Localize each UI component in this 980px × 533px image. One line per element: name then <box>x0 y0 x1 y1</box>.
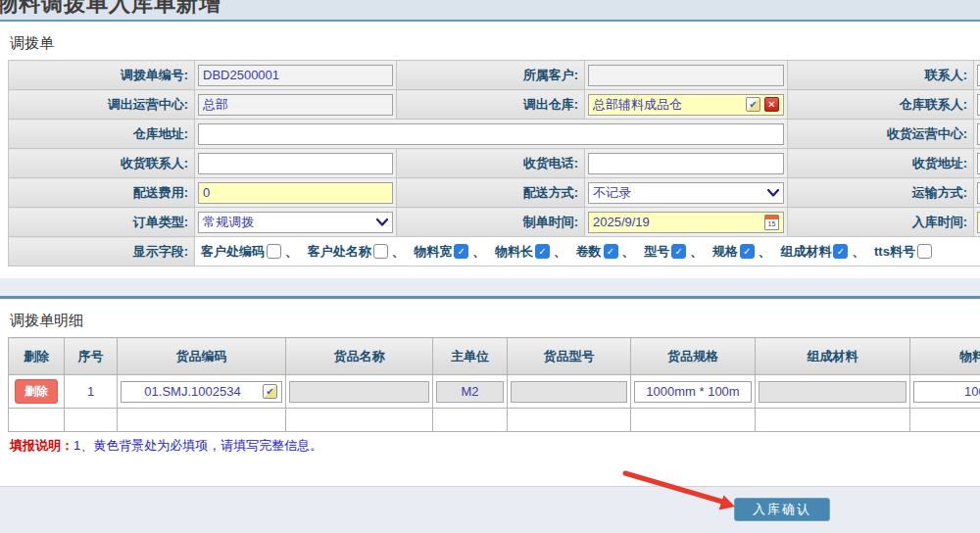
col-seq: 序号 <box>65 338 118 375</box>
row-seq: 1 <box>65 375 118 409</box>
checkbox-checked[interactable]: ✓ <box>833 244 848 259</box>
order-no-label: 调拨单编号: <box>9 61 195 90</box>
note-label: 填报说明： <box>10 438 74 453</box>
form-row: 仓库地址: 收货运营中心: <box>9 120 980 149</box>
item-model-field <box>511 381 627 403</box>
detail-section-title: 调拨单明细 <box>10 312 972 330</box>
delivery-fee-label: 配送费用: <box>9 178 195 208</box>
chevron-down-icon <box>376 218 388 226</box>
order-type-label: 订单类型: <box>9 208 195 237</box>
master-section-title: 调拨单 <box>10 34 972 53</box>
display-fields-label: 显示字段: <box>9 237 195 266</box>
customer-label: 所属客户: <box>397 61 585 90</box>
out-center-field: 总部 <box>198 94 393 116</box>
delivery-fee-field[interactable]: 0 <box>198 182 393 204</box>
transport-label: 运输方式: <box>788 178 974 208</box>
col-material: 组成材料 <box>756 338 910 375</box>
checkbox-checked[interactable]: ✓ <box>740 244 755 259</box>
form-row: 显示字段: 客户处编码、 客户处名称、 物料宽✓、 物料长✓、 卷数✓、 型号✓… <box>9 237 980 266</box>
checkbox-checked[interactable]: ✓ <box>454 244 468 259</box>
inbound-time-label: 入库时间: <box>788 208 974 237</box>
checkbox-checked[interactable]: ✓ <box>535 244 550 259</box>
col-unit: 主单位 <box>433 338 508 375</box>
out-warehouse-field[interactable]: 总部辅料成品仓 ✔ ✕ <box>588 94 784 116</box>
item-name-field <box>289 381 429 403</box>
item-unit-field: M2 <box>436 381 504 403</box>
contact-label: 联系人: <box>788 61 974 90</box>
display-fields-row: 客户处编码、 客户处名称、 物料宽✓、 物料长✓、 卷数✓、 型号✓、 规格✓、… <box>195 237 980 266</box>
recv-contact-label: 收货联系人: <box>9 149 195 178</box>
checkbox-checked[interactable]: ✓ <box>604 244 618 259</box>
footer-bar: 入库确认 <box>0 486 980 533</box>
inbound-confirm-button[interactable]: 入库确认 <box>734 498 830 521</box>
delivery-method-select[interactable]: 不记录 <box>588 182 784 204</box>
doc-time-field[interactable]: 2025/9/19 15 <box>588 212 784 233</box>
item-material-field <box>759 381 906 403</box>
order-type-select[interactable]: 常规调拨 <box>198 212 393 233</box>
form-row: 配送费用: 0 配送方式: 不记录 运输方式: <box>9 178 980 208</box>
calendar-icon[interactable]: 15 <box>764 215 779 230</box>
fill-note: 填报说明：1、黄色背景处为必填项，请填写完整信息。 <box>10 437 972 455</box>
col-delete: 删除 <box>9 338 65 375</box>
transfer-order-form: 调拨单编号: DBD2500001 所属客户: 联系人: 调出运营中心: 总部 … <box>8 60 980 266</box>
form-row: 调出运营中心: 总部 调出仓库: 总部辅料成品仓 ✔ ✕ 仓库联系人: <box>9 90 980 120</box>
wh-address-field[interactable] <box>198 123 784 145</box>
col-name: 货品名称 <box>286 338 433 375</box>
delete-row-button[interactable]: 删除 <box>15 379 58 404</box>
order-no-field: DBD2500001 <box>198 65 393 86</box>
recv-center-label: 收货运营中心: <box>788 120 974 149</box>
checkbox-unchecked[interactable] <box>917 244 932 259</box>
detail-header-row: 删除 序号 货品编码 货品名称 主单位 货品型号 货品规格 组成材料 物料宽 <box>9 338 980 375</box>
recv-phone-field[interactable] <box>588 153 784 174</box>
note-text: 1、黄色背景处为必填项，请填写完整信息。 <box>74 438 322 453</box>
form-row: 调拨单编号: DBD2500001 所属客户: 联系人: <box>9 61 980 90</box>
form-row: 收货联系人: 收货电话: 收货地址: <box>9 149 980 178</box>
table-row-empty <box>9 409 980 432</box>
wh-contact-label: 仓库联系人: <box>788 90 974 120</box>
detail-table: 删除 序号 货品编码 货品名称 主单位 货品型号 货品规格 组成材料 物料宽 删… <box>8 337 980 432</box>
delivery-method-label: 配送方式: <box>397 178 585 208</box>
col-width: 物料宽 <box>910 338 980 375</box>
out-warehouse-label: 调出仓库: <box>397 90 585 120</box>
page-header: 物料调拨单入库单新增 <box>0 0 980 22</box>
clear-icon[interactable]: ✕ <box>764 97 779 112</box>
checkbox-unchecked[interactable] <box>373 244 388 259</box>
out-center-label: 调出运营中心: <box>9 90 195 120</box>
col-model: 货品型号 <box>508 338 631 375</box>
page-title: 物料调拨单入库单新增 <box>0 0 980 19</box>
recv-address-label: 收货地址: <box>788 149 974 178</box>
wh-address-label: 仓库地址: <box>9 120 195 149</box>
doc-time-label: 制单时间: <box>397 208 585 237</box>
col-spec: 货品规格 <box>631 338 756 375</box>
recv-contact-field[interactable] <box>198 153 393 174</box>
customer-field <box>588 65 784 86</box>
table-row: 删除 1 01.SMJ.1002534 ✔ M2 1000mm * 100m 1… <box>9 375 980 409</box>
checkbox-checked[interactable]: ✓ <box>671 244 686 259</box>
item-spec-field[interactable]: 1000mm * 100m <box>634 381 752 403</box>
lookup-icon[interactable]: ✔ <box>746 97 760 112</box>
col-code: 货品编码 <box>118 338 286 375</box>
lookup-icon[interactable]: ✔ <box>263 384 277 399</box>
form-row: 订单类型: 常规调拨 制单时间: 2025/9/19 15 入库时间: <box>9 208 980 237</box>
recv-phone-label: 收货电话: <box>397 149 585 178</box>
chevron-down-icon <box>767 189 779 197</box>
section-divider <box>0 278 980 299</box>
checkbox-unchecked[interactable] <box>267 244 281 259</box>
item-width-field[interactable]: 1000 <box>913 381 980 403</box>
item-code-field[interactable]: 01.SMJ.1002534 ✔ <box>121 381 282 403</box>
